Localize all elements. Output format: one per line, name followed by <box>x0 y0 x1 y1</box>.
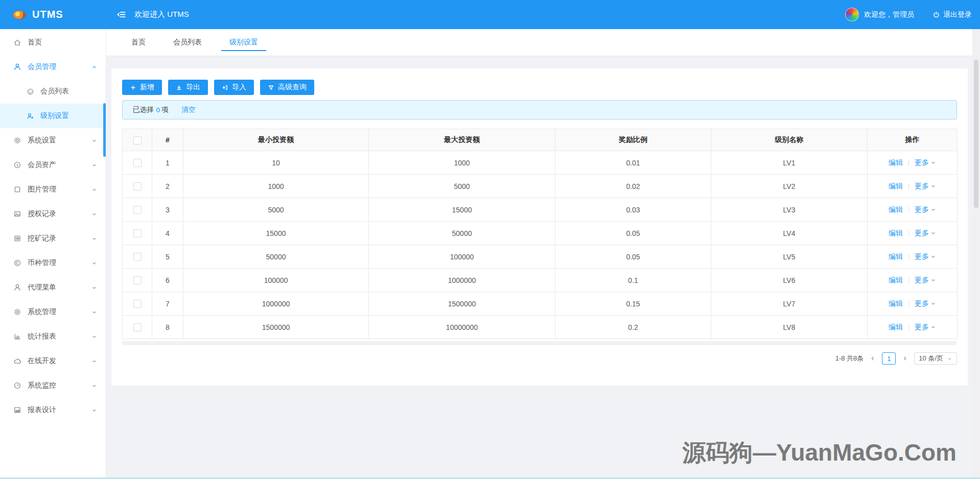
app-logo-icon <box>13 11 26 19</box>
import-button[interactable]: 导入 <box>214 80 254 95</box>
table-horizontal-scrollbar[interactable] <box>122 341 957 345</box>
more-dropdown-link[interactable]: 更多 <box>915 323 936 332</box>
sidebar-item-label: 报表设计 <box>28 405 56 415</box>
levels-table: #最小投资额最大投资额奖励比例级别名称操作 11010000.01LV1编辑更多… <box>122 129 958 339</box>
chevron-down-icon <box>91 285 97 291</box>
sidebar-item-member-assets[interactable]: 会员资产 <box>0 153 106 177</box>
clear-selection-link[interactable]: 清空 <box>182 105 196 114</box>
page-scrollbar-thumb[interactable] <box>974 60 978 208</box>
sidebar-scrollbar-thumb[interactable] <box>103 103 106 157</box>
row-checkbox[interactable] <box>133 182 142 190</box>
reward-ratio-cell: 0.02 <box>555 175 711 198</box>
sidebar-item-system-monitoring[interactable]: 系统监控 <box>0 373 106 398</box>
sidebar-item-label: 在线开发 <box>28 356 56 366</box>
sidebar-item-mining-records[interactable]: 挖矿记录 <box>0 226 106 251</box>
sidebar-item-agent-menu[interactable]: 代理菜单 <box>0 275 106 300</box>
sidebar-item-report-design[interactable]: 报表设计 <box>0 398 106 422</box>
sidebar-item-statistics-reports[interactable]: 统计报表 <box>0 324 106 349</box>
user-avatar[interactable] <box>845 8 859 21</box>
row-checkbox[interactable] <box>133 300 142 308</box>
row-checkbox[interactable] <box>133 253 142 261</box>
sidebar-item-online-development[interactable]: 在线开发 <box>0 349 106 373</box>
selection-suffix: 项 <box>161 105 169 114</box>
row-select-cell <box>123 269 152 292</box>
select-all-checkbox[interactable] <box>133 136 142 145</box>
copyright-icon <box>13 259 21 267</box>
min-investment-cell: 10 <box>183 151 369 175</box>
tab-label: 级别设置 <box>229 38 258 47</box>
sidebar-item-level-settings[interactable]: 级别设置 <box>0 104 106 128</box>
edit-link[interactable]: 编辑 <box>889 323 903 332</box>
prev-page-button[interactable] <box>870 355 876 362</box>
page-number-button[interactable]: 1 <box>882 352 896 365</box>
tab-label: 首页 <box>131 38 146 47</box>
row-checkbox[interactable] <box>133 323 142 331</box>
row-checkbox[interactable] <box>133 229 142 237</box>
chevron-down-icon <box>91 236 97 242</box>
edit-link[interactable]: 编辑 <box>889 229 903 238</box>
reward-ratio-cell: 0.01 <box>555 151 711 175</box>
chevron-down-icon <box>91 211 97 217</box>
page-size-label: 10 条/页 <box>919 354 943 363</box>
action-divider <box>908 160 909 166</box>
edit-link[interactable]: 编辑 <box>889 158 903 167</box>
more-dropdown-link[interactable]: 更多 <box>915 205 936 214</box>
power-icon <box>932 11 940 18</box>
level-name-cell: LV2 <box>711 175 868 198</box>
edit-link[interactable]: 编辑 <box>889 182 903 191</box>
row-index-cell: 2 <box>152 175 183 198</box>
more-dropdown-link[interactable]: 更多 <box>915 158 936 167</box>
actions-cell: 编辑更多 <box>868 198 958 222</box>
tab-level-settings[interactable]: 级别设置 <box>221 29 266 56</box>
sidebar-collapse-button[interactable] <box>116 10 126 19</box>
button-label: 高级查询 <box>278 83 307 92</box>
tab-member-list[interactable]: 会员列表 <box>165 29 210 56</box>
row-checkbox[interactable] <box>133 206 142 214</box>
page-tabs: 首页会员列表级别设置 <box>106 29 972 56</box>
list-icon <box>13 234 21 243</box>
sidebar-item-authorization-records[interactable]: 授权记录 <box>0 202 106 226</box>
more-dropdown-link[interactable]: 更多 <box>915 182 936 191</box>
sidebar-item-system-management[interactable]: 系统管理 <box>0 300 106 324</box>
tab-label: 会员列表 <box>173 38 202 47</box>
chevron-down-icon <box>91 408 97 413</box>
next-page-button[interactable] <box>902 355 908 362</box>
chevron-down-icon <box>91 358 97 364</box>
column-header: # <box>152 129 183 151</box>
edit-link[interactable]: 编辑 <box>889 299 903 308</box>
sidebar-item-image-management[interactable]: 图片管理 <box>0 177 106 202</box>
reward-ratio-cell: 0.05 <box>555 245 711 269</box>
more-dropdown-link[interactable]: 更多 <box>915 252 936 261</box>
page-size-select[interactable]: 10 条/页 <box>914 352 957 365</box>
chevron-down-icon <box>930 207 936 212</box>
tab-home[interactable]: 首页 <box>123 29 154 56</box>
page-vertical-scrollbar[interactable] <box>972 29 980 477</box>
add-button[interactable]: 新增 <box>122 80 162 95</box>
export-button[interactable]: 导出 <box>168 80 208 95</box>
square-icon <box>13 185 21 194</box>
more-dropdown-link[interactable]: 更多 <box>915 229 936 238</box>
chevron-down-icon <box>947 356 952 362</box>
advanced-search-button[interactable]: 高级查询 <box>260 80 314 95</box>
column-header: 最小投资额 <box>183 129 369 151</box>
sidebar-item-coin-management[interactable]: 币种管理 <box>0 251 106 275</box>
sidebar-item-member-list[interactable]: 会员列表 <box>0 79 106 104</box>
row-checkbox[interactable] <box>133 159 142 167</box>
edit-link[interactable]: 编辑 <box>889 276 903 285</box>
table-row: 35000150000.03LV3编辑更多 <box>123 198 958 222</box>
row-checkbox[interactable] <box>133 276 142 284</box>
home-icon <box>13 38 21 46</box>
reward-ratio-cell: 0.1 <box>555 269 711 292</box>
edit-link[interactable]: 编辑 <box>889 205 903 214</box>
actions-cell: 编辑更多 <box>868 316 958 339</box>
edit-link[interactable]: 编辑 <box>889 252 903 261</box>
more-dropdown-link[interactable]: 更多 <box>915 299 936 308</box>
chevron-down-icon <box>930 160 936 165</box>
more-dropdown-link[interactable]: 更多 <box>915 276 936 285</box>
level-name-cell: LV1 <box>711 151 868 175</box>
logout-button[interactable]: 退出登录 <box>932 10 972 19</box>
row-index-cell: 3 <box>152 198 183 222</box>
sidebar-item-member-management[interactable]: 会员管理 <box>0 55 106 79</box>
sidebar-item-system-settings[interactable]: 系统设置 <box>0 128 106 153</box>
sidebar-item-home[interactable]: 首页 <box>0 30 106 55</box>
